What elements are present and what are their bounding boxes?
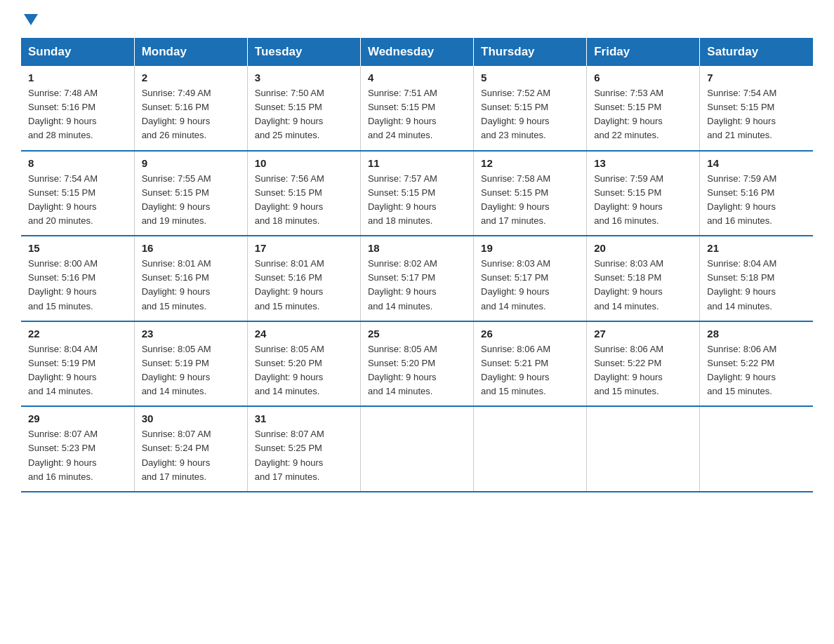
calendar-cell: 27 Sunrise: 8:06 AMSunset: 5:22 PMDaylig… [587, 321, 700, 407]
calendar-cell [474, 406, 587, 492]
calendar-cell: 17 Sunrise: 8:01 AMSunset: 5:16 PMDaylig… [247, 236, 360, 321]
day-number: 16 [142, 242, 240, 254]
calendar-cell: 24 Sunrise: 8:05 AMSunset: 5:20 PMDaylig… [247, 321, 360, 407]
calendar-cell: 21 Sunrise: 8:04 AMSunset: 5:18 PMDaylig… [700, 236, 813, 321]
day-number: 17 [255, 242, 353, 254]
day-info: Sunrise: 8:06 AMSunset: 5:22 PMDaylight:… [707, 342, 806, 399]
day-info: Sunrise: 8:04 AMSunset: 5:19 PMDaylight:… [28, 342, 127, 399]
day-number: 10 [255, 157, 353, 169]
calendar-cell: 2 Sunrise: 7:49 AMSunset: 5:16 PMDayligh… [134, 66, 247, 151]
day-info: Sunrise: 7:50 AMSunset: 5:15 PMDaylight:… [255, 86, 353, 143]
day-number: 30 [142, 412, 240, 424]
calendar-week-row: 22 Sunrise: 8:04 AMSunset: 5:19 PMDaylig… [21, 321, 813, 407]
day-number: 21 [707, 242, 806, 254]
day-info: Sunrise: 8:01 AMSunset: 5:16 PMDaylight:… [255, 257, 353, 314]
day-number: 14 [707, 157, 806, 169]
column-header-saturday: Saturday [700, 38, 813, 66]
day-info: Sunrise: 8:07 AMSunset: 5:23 PMDaylight:… [28, 427, 127, 484]
day-number: 8 [28, 157, 127, 169]
day-info: Sunrise: 7:58 AMSunset: 5:15 PMDaylight:… [481, 172, 579, 229]
calendar-cell: 15 Sunrise: 8:00 AMSunset: 5:16 PMDaylig… [21, 236, 134, 321]
column-header-monday: Monday [134, 38, 247, 66]
day-info: Sunrise: 8:05 AMSunset: 5:20 PMDaylight:… [255, 342, 353, 399]
day-info: Sunrise: 7:54 AMSunset: 5:15 PMDaylight:… [707, 86, 806, 143]
day-number: 28 [707, 328, 806, 340]
day-info: Sunrise: 7:59 AMSunset: 5:15 PMDaylight:… [594, 172, 692, 229]
calendar-header-row: SundayMondayTuesdayWednesdayThursdayFrid… [21, 38, 813, 66]
day-info: Sunrise: 7:56 AMSunset: 5:15 PMDaylight:… [255, 172, 353, 229]
day-number: 31 [255, 412, 353, 424]
calendar-cell: 25 Sunrise: 8:05 AMSunset: 5:20 PMDaylig… [360, 321, 473, 407]
day-info: Sunrise: 8:05 AMSunset: 5:20 PMDaylight:… [368, 342, 466, 399]
logo-triangle-icon [24, 14, 38, 25]
day-number: 20 [594, 242, 692, 254]
calendar-cell: 13 Sunrise: 7:59 AMSunset: 5:15 PMDaylig… [587, 151, 700, 236]
calendar-cell: 28 Sunrise: 8:06 AMSunset: 5:22 PMDaylig… [700, 321, 813, 407]
day-info: Sunrise: 7:54 AMSunset: 5:15 PMDaylight:… [28, 172, 127, 229]
column-header-thursday: Thursday [474, 38, 587, 66]
day-info: Sunrise: 8:04 AMSunset: 5:18 PMDaylight:… [707, 257, 806, 314]
calendar-cell [700, 406, 813, 492]
day-number: 22 [28, 328, 127, 340]
calendar-table: SundayMondayTuesdayWednesdayThursdayFrid… [21, 38, 813, 492]
calendar-cell: 30 Sunrise: 8:07 AMSunset: 5:24 PMDaylig… [134, 406, 247, 492]
day-number: 2 [142, 72, 240, 83]
day-info: Sunrise: 8:06 AMSunset: 5:22 PMDaylight:… [594, 342, 692, 399]
calendar-cell: 1 Sunrise: 7:48 AMSunset: 5:16 PMDayligh… [21, 66, 134, 151]
day-info: Sunrise: 8:00 AMSunset: 5:16 PMDaylight:… [28, 257, 127, 314]
day-info: Sunrise: 8:07 AMSunset: 5:25 PMDaylight:… [255, 427, 353, 484]
day-number: 26 [481, 328, 579, 340]
day-number: 24 [255, 328, 353, 340]
calendar-cell: 10 Sunrise: 7:56 AMSunset: 5:15 PMDaylig… [247, 151, 360, 236]
day-info: Sunrise: 7:55 AMSunset: 5:15 PMDaylight:… [142, 172, 240, 229]
column-header-sunday: Sunday [21, 38, 134, 66]
calendar-cell: 4 Sunrise: 7:51 AMSunset: 5:15 PMDayligh… [360, 66, 473, 151]
day-info: Sunrise: 8:03 AMSunset: 5:18 PMDaylight:… [594, 257, 692, 314]
column-header-friday: Friday [587, 38, 700, 66]
day-info: Sunrise: 8:06 AMSunset: 5:21 PMDaylight:… [481, 342, 579, 399]
day-number: 7 [707, 72, 806, 83]
day-info: Sunrise: 8:03 AMSunset: 5:17 PMDaylight:… [481, 257, 579, 314]
page-header [21, 14, 813, 25]
calendar-cell: 6 Sunrise: 7:53 AMSunset: 5:15 PMDayligh… [587, 66, 700, 151]
calendar-cell: 5 Sunrise: 7:52 AMSunset: 5:15 PMDayligh… [474, 66, 587, 151]
calendar-week-row: 15 Sunrise: 8:00 AMSunset: 5:16 PMDaylig… [21, 236, 813, 321]
day-number: 23 [142, 328, 240, 340]
day-number: 11 [368, 157, 466, 169]
calendar-cell: 29 Sunrise: 8:07 AMSunset: 5:23 PMDaylig… [21, 406, 134, 492]
day-number: 3 [255, 72, 353, 83]
day-number: 19 [481, 242, 579, 254]
day-info: Sunrise: 7:57 AMSunset: 5:15 PMDaylight:… [368, 172, 466, 229]
day-number: 6 [594, 72, 692, 83]
calendar-week-row: 8 Sunrise: 7:54 AMSunset: 5:15 PMDayligh… [21, 151, 813, 236]
day-info: Sunrise: 7:53 AMSunset: 5:15 PMDaylight:… [594, 86, 692, 143]
column-header-tuesday: Tuesday [247, 38, 360, 66]
calendar-cell: 18 Sunrise: 8:02 AMSunset: 5:17 PMDaylig… [360, 236, 473, 321]
day-number: 4 [368, 72, 466, 83]
calendar-cell: 23 Sunrise: 8:05 AMSunset: 5:19 PMDaylig… [134, 321, 247, 407]
calendar-cell [360, 406, 473, 492]
day-info: Sunrise: 7:52 AMSunset: 5:15 PMDaylight:… [481, 86, 579, 143]
day-number: 9 [142, 157, 240, 169]
day-number: 25 [368, 328, 466, 340]
calendar-week-row: 1 Sunrise: 7:48 AMSunset: 5:16 PMDayligh… [21, 66, 813, 151]
day-info: Sunrise: 8:07 AMSunset: 5:24 PMDaylight:… [142, 427, 240, 484]
calendar-cell: 8 Sunrise: 7:54 AMSunset: 5:15 PMDayligh… [21, 151, 134, 236]
day-number: 18 [368, 242, 466, 254]
day-info: Sunrise: 7:49 AMSunset: 5:16 PMDaylight:… [142, 86, 240, 143]
column-header-wednesday: Wednesday [360, 38, 473, 66]
calendar-cell: 3 Sunrise: 7:50 AMSunset: 5:15 PMDayligh… [247, 66, 360, 151]
calendar-cell: 16 Sunrise: 8:01 AMSunset: 5:16 PMDaylig… [134, 236, 247, 321]
calendar-cell [587, 406, 700, 492]
day-info: Sunrise: 8:02 AMSunset: 5:17 PMDaylight:… [368, 257, 466, 314]
calendar-cell: 9 Sunrise: 7:55 AMSunset: 5:15 PMDayligh… [134, 151, 247, 236]
day-info: Sunrise: 7:59 AMSunset: 5:16 PMDaylight:… [707, 172, 806, 229]
day-number: 13 [594, 157, 692, 169]
calendar-cell: 19 Sunrise: 8:03 AMSunset: 5:17 PMDaylig… [474, 236, 587, 321]
calendar-cell: 31 Sunrise: 8:07 AMSunset: 5:25 PMDaylig… [247, 406, 360, 492]
day-info: Sunrise: 7:48 AMSunset: 5:16 PMDaylight:… [28, 86, 127, 143]
logo [21, 14, 39, 25]
day-number: 15 [28, 242, 127, 254]
day-number: 1 [28, 72, 127, 83]
day-number: 12 [481, 157, 579, 169]
